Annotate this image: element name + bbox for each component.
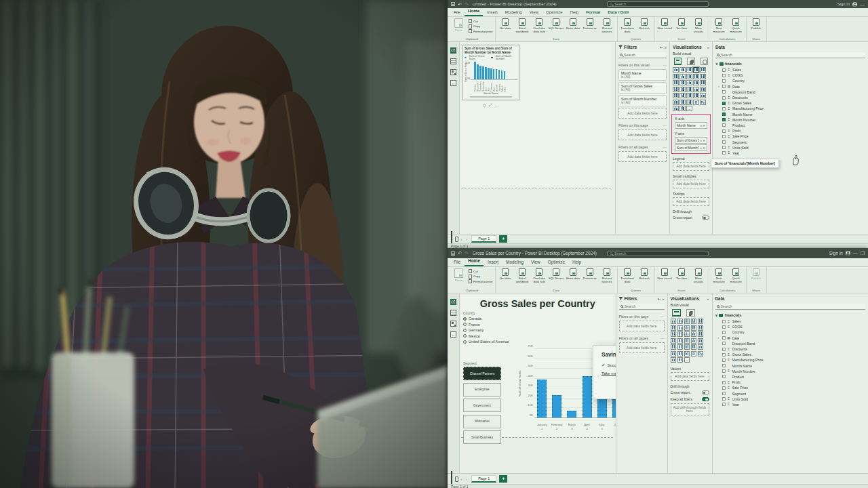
line-and-stacked-column-chart-icon[interactable] (700, 74, 706, 79)
table-node-financials[interactable]: ∨ financials (713, 60, 868, 67)
gauge-icon[interactable] (679, 93, 686, 98)
field-date[interactable]: ›▦Date (713, 84, 868, 89)
focus-mode-icon[interactable]: ⤢ (489, 103, 492, 108)
ribbon-chart-icon[interactable] (679, 80, 686, 85)
sign-in-button[interactable]: Sign in (829, 251, 843, 256)
field-sales[interactable]: ΣSales (713, 319, 868, 324)
mobile-layout-icon[interactable] (455, 237, 458, 242)
python-visual-icon[interactable]: Py (698, 351, 704, 357)
filter-card-month-name[interactable]: Month Nameis (All) (618, 69, 667, 81)
checkbox[interactable] (722, 348, 726, 351)
field-manufacturing-price[interactable]: ΣManufacturing Price (713, 106, 868, 111)
report-view-icon[interactable] (450, 299, 456, 305)
python-visual-icon[interactable]: Py (700, 100, 706, 105)
report-view-icon[interactable] (450, 47, 456, 54)
filter-funnel-icon[interactable]: ▽ (483, 103, 486, 108)
checkbox[interactable] (722, 331, 726, 334)
country-option-united-states-of-america[interactable]: United States of America (463, 340, 509, 344)
checkbox[interactable] (722, 375, 726, 378)
toggle-keep-all-filters[interactable] (702, 397, 709, 401)
segment-option-channel-partners[interactable]: Channel Partners (463, 367, 501, 380)
pie-chart-icon[interactable] (671, 338, 677, 344)
checkbox[interactable] (722, 386, 726, 390)
collapse-pane-icon[interactable]: » (707, 45, 709, 49)
card-icon[interactable] (684, 344, 690, 350)
line-and-stacked-column-chart-icon[interactable] (698, 325, 704, 331)
checkbox[interactable] (722, 364, 726, 367)
field-cogs[interactable]: ΣCOGS (713, 324, 868, 329)
dataverse-button[interactable]: Dataverse (583, 268, 598, 280)
funnel-chart-icon[interactable] (691, 331, 697, 337)
r-script-visual-icon[interactable]: R (691, 351, 697, 357)
field-chip-month-name[interactable]: Month Name∨✕ (675, 122, 707, 129)
undo-icon[interactable]: ↶ (458, 2, 462, 7)
100-stacked-bar-chart-icon[interactable] (700, 67, 706, 73)
category-scrollbar[interactable] (470, 96, 512, 98)
field-month-number[interactable]: ΣMonth Number (713, 369, 868, 374)
field-discounts[interactable]: ΣDiscounts (713, 346, 868, 352)
checkbox[interactable] (722, 129, 726, 133)
take-me-there-link[interactable]: Take me there (593, 368, 616, 375)
quick-measure-button[interactable]: Quick measure (728, 18, 744, 33)
more-options-icon[interactable]: ⋯ (663, 145, 667, 149)
format-painter-button[interactable]: Format painter (469, 29, 493, 33)
transform-data-button[interactable]: Transform data (620, 268, 635, 283)
new-page-button[interactable]: + (499, 475, 507, 483)
table-view-icon[interactable] (450, 310, 456, 316)
drill-through-dropzone[interactable]: Add drill-through fields here (671, 403, 709, 415)
field-sale-price[interactable]: ΣSale Price (713, 134, 868, 139)
field-month-name[interactable]: ✓Month Name (713, 112, 868, 117)
stacked-bar-chart-icon[interactable] (673, 67, 679, 73)
map-icon[interactable] (691, 338, 697, 344)
field-country[interactable]: Country (713, 329, 868, 335)
menu-tab-optimize[interactable]: Optimize (542, 8, 566, 16)
menu-tab-modeling[interactable]: Modeling (502, 258, 527, 266)
field-manufacturing-price[interactable]: ΣManufacturing Price (713, 357, 868, 363)
collapse-table-icon[interactable]: ∨ (715, 62, 718, 66)
bar-august[interactable] (496, 69, 498, 79)
checkbox[interactable] (722, 85, 726, 88)
area-chart-icon[interactable] (684, 325, 690, 331)
segment-option-government[interactable]: Government (463, 399, 501, 412)
get-data-button[interactable]: Get data (498, 18, 513, 30)
save-icon[interactable] (451, 251, 455, 256)
remove-field-icon[interactable]: ✕ (703, 146, 705, 150)
treemap-icon[interactable] (684, 338, 690, 344)
column-chart-visual[interactable]: Sum of Gross Sales and Sum of Month Numb… (462, 45, 519, 100)
field-discounts[interactable]: ΣDiscounts (713, 95, 868, 100)
build-visual-tab[interactable] (674, 58, 682, 65)
field-sale-price[interactable]: ΣSale Price (713, 385, 868, 390)
donut-chart-icon[interactable] (679, 87, 686, 92)
bar-march[interactable] (567, 411, 576, 418)
bar-june[interactable] (485, 67, 487, 79)
refresh-button[interactable]: Refresh (637, 268, 652, 280)
line-chart-icon[interactable] (677, 325, 684, 331)
field-discount-band[interactable]: Discount Band (713, 89, 868, 95)
stacked-column-chart-icon[interactable] (679, 67, 686, 73)
menu-tab-insert[interactable]: Insert (484, 8, 500, 16)
paste-button[interactable]: Paste (451, 18, 467, 33)
checkbox[interactable] (722, 107, 726, 110)
recent-sources-button[interactable]: Recent sources (599, 18, 615, 33)
new-visual-button[interactable]: New visual (657, 18, 673, 30)
onelake-data-hub-button[interactable]: OneLake data hub (532, 18, 547, 33)
matrix-icon[interactable] (684, 351, 690, 357)
copy-button[interactable]: Copy (469, 274, 493, 279)
page-tab[interactable]: Page 1 (471, 235, 496, 243)
field-country[interactable]: Country (713, 78, 868, 83)
new-page-button[interactable]: + (499, 235, 507, 243)
segment-option-enterprise[interactable]: Enterprise (463, 383, 501, 396)
well-dropzone[interactable]: Add data fields here (673, 180, 709, 188)
expand-icon[interactable]: › (718, 336, 721, 340)
bar-october[interactable] (474, 62, 476, 79)
shape-map-icon[interactable] (671, 344, 677, 350)
checkbox[interactable] (722, 135, 726, 138)
filters-search[interactable]: Search (618, 52, 667, 58)
more-options-icon[interactable]: ⋯ (494, 103, 498, 108)
chevron-down-icon[interactable]: ∨ (700, 146, 702, 150)
excel-workbook-button[interactable]: Excel workbook (515, 18, 530, 33)
checkbox[interactable] (722, 96, 726, 100)
donut-chart-icon[interactable] (677, 338, 684, 344)
key-influencers-icon[interactable] (673, 106, 679, 111)
bar-december[interactable] (477, 64, 479, 79)
